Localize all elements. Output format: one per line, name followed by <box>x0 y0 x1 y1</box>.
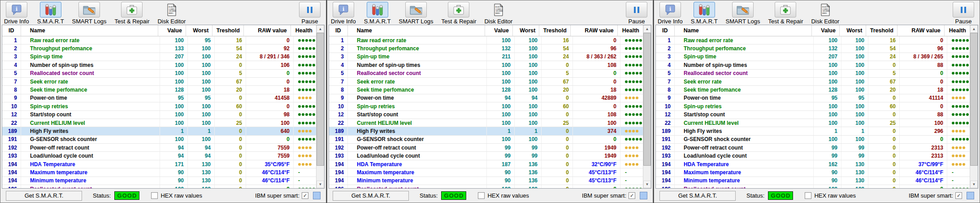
table-row[interactable]: 7Seek error rate100100670 <box>329 78 643 86</box>
column-header-worst[interactable]: Worst <box>840 25 867 36</box>
table-row[interactable]: 193Load/unload cycle count999901949 <box>329 152 643 160</box>
table-row[interactable]: 9Power-on time9595041458 <box>2 94 316 102</box>
toolbar-button-drive-info[interactable]: iDrive Info <box>658 2 683 25</box>
column-header-raw-value[interactable]: RAW value <box>898 25 945 36</box>
blue-indicator-box[interactable] <box>313 192 321 199</box>
table-row[interactable]: 193Load/unload cycle count999902313 <box>656 152 970 160</box>
pause-button[interactable]: Pause <box>953 2 976 25</box>
table-row[interactable]: 4Number of spin-up times1001000108 <box>329 61 643 69</box>
table-row[interactable]: 1Raw read error rate10095160 <box>2 36 316 44</box>
table-row[interactable]: 4Number of spin-up times100100088 <box>656 61 970 69</box>
table-row[interactable]: 194Maximum temperature90130046°C/114°F- <box>656 168 970 177</box>
hex-raw-values-checkbox[interactable]: HEX raw values <box>805 192 855 199</box>
hex-raw-values-checkbox[interactable]: HEX raw values <box>151 192 202 199</box>
get-smart-button[interactable]: Get S.M.A.R.T. <box>333 191 409 201</box>
table-row[interactable]: 191G-SENSOR shock counter10010000 <box>656 136 970 144</box>
ibm-super-smart-checkbox[interactable]: ✓ <box>955 192 962 199</box>
table-row[interactable]: 7Seek error rate100100670 <box>656 78 970 86</box>
column-header-name[interactable]: Name <box>348 25 486 36</box>
toolbar-button-disk-editor[interactable]: 0101101100111010000001Disk Editor <box>811 2 839 25</box>
get-smart-button[interactable]: Get S.M.A.R.T. <box>6 191 82 201</box>
table-row[interactable]: 189High Fly writes110640 <box>2 127 316 135</box>
toolbar-button-s-m-a-r-t[interactable]: S.M.A.R.T <box>691 2 718 25</box>
column-header-id[interactable]: ID <box>656 25 675 36</box>
table-row[interactable]: 10Spin-up retries100100600 <box>329 102 643 110</box>
vertical-scrollbar[interactable]: ▲ ▼ <box>316 25 324 188</box>
table-row[interactable]: 3Spin-up time207100248 / 291 / 346 <box>2 53 316 61</box>
column-header-health[interactable]: Health <box>291 25 316 36</box>
table-row[interactable]: 191G-SENSOR shock counter10010000 <box>2 136 316 144</box>
table-row[interactable]: 192Power-off retract count999902313 <box>656 144 970 152</box>
scroll-down-button[interactable]: ▼ <box>317 181 324 188</box>
toolbar-button-disk-editor[interactable]: 0101101100111010000001Disk Editor <box>157 2 186 25</box>
table-row[interactable]: 2Throughput perfomance1331005492 <box>2 44 316 53</box>
scrollbar-thumb[interactable] <box>643 33 651 166</box>
table-row[interactable]: 194Minimum temperature90130046°C/114°F- <box>2 177 316 185</box>
column-header-value[interactable]: Value <box>158 25 186 36</box>
table-row[interactable]: 5Reallocated sector count10010050 <box>2 70 316 78</box>
toolbar-button-drive-info[interactable]: iDrive Info <box>331 2 356 25</box>
toolbar-button-s-m-a-r-t[interactable]: S.M.A.R.T <box>37 2 64 25</box>
table-row[interactable]: 22Current HELIUM level10010025100 <box>656 119 970 127</box>
blue-indicator-box[interactable] <box>967 192 974 199</box>
column-header-health[interactable]: Health <box>945 25 970 36</box>
table-row[interactable]: 191G-SENSOR shock counter10010000 <box>329 136 643 144</box>
table-row[interactable]: 12Start/stop count100100088 <box>656 111 970 119</box>
toolbar-button-test-repair[interactable]: Test & Repair <box>768 2 803 25</box>
scroll-up-button[interactable]: ▲ <box>970 25 978 33</box>
table-row[interactable]: 193Load/unload cycle count949407559 <box>2 152 316 160</box>
vertical-scrollbar[interactable]: ▲ ▼ <box>970 25 978 188</box>
scroll-down-button[interactable]: ▼ <box>643 181 651 188</box>
pause-button[interactable]: Pause <box>626 2 649 25</box>
table-row[interactable]: 10Spin-up retries100100600 <box>656 102 970 110</box>
ibm-super-smart-checkbox[interactable]: ✓ <box>629 192 635 199</box>
scroll-up-button[interactable]: ▲ <box>317 25 324 33</box>
toolbar-button-smart-logs[interactable]: SMART Logs <box>72 2 107 25</box>
table-row[interactable]: 2Throughput perfomance1321005496 <box>656 44 970 53</box>
column-header-worst[interactable]: Worst <box>513 25 540 36</box>
table-row[interactable]: 189High Fly writes110296 <box>656 127 970 135</box>
pause-button[interactable]: Pause <box>299 2 322 25</box>
column-header-id[interactable]: ID <box>2 25 21 36</box>
table-row[interactable]: 194HDA Temperature171130035°C/95°F <box>2 160 316 168</box>
table-row[interactable]: 5Reallocated sector count10010050 <box>329 70 643 78</box>
blue-indicator-box[interactable] <box>640 192 647 199</box>
table-row[interactable]: 189High Fly writes110374 <box>329 127 643 135</box>
column-header-raw-value[interactable]: RAW value <box>571 25 618 36</box>
table-row[interactable]: 196Reallocated event count10010000 <box>329 185 643 188</box>
hex-checkbox-box[interactable] <box>805 192 811 199</box>
table-row[interactable]: 194HDA Temperature162130037°C/99°F <box>656 160 970 168</box>
table-row[interactable]: 8Seek time perfomance1281002018 <box>329 86 643 94</box>
table-row[interactable]: 9Power-on time9595041114 <box>656 94 970 102</box>
table-row[interactable]: 8Seek time perfomance1281002018 <box>2 86 316 94</box>
table-row[interactable]: 196Reallocated event count10010000 <box>2 185 316 188</box>
hex-checkbox-box[interactable] <box>478 192 485 199</box>
table-row[interactable]: 194Minimum temperature90130046°C/114°F- <box>656 177 970 185</box>
ibm-super-smart-checkbox[interactable]: ✓ <box>302 192 308 199</box>
table-row[interactable]: 22Current HELIUM level10010025100 <box>329 119 643 127</box>
scroll-up-button[interactable]: ▲ <box>643 25 651 33</box>
column-header-treshold[interactable]: Treshold <box>539 25 570 36</box>
toolbar-button-smart-logs[interactable]: SMART Logs <box>399 2 434 25</box>
table-row[interactable]: 2Throughput perfomance1321005496 <box>329 44 643 53</box>
toolbar-button-drive-info[interactable]: iDrive Info <box>4 2 29 25</box>
table-row[interactable]: 22Current HELIUM level10010025100 <box>2 119 316 127</box>
table-row[interactable]: 9Power-on time9494042889 <box>329 94 643 102</box>
column-header-health[interactable]: Health <box>618 25 643 36</box>
table-row[interactable]: 8Seek time perfomance1281002018 <box>656 86 970 94</box>
toolbar-button-disk-editor[interactable]: 0101101100111010000001Disk Editor <box>484 2 512 25</box>
column-header-name[interactable]: Name <box>21 25 159 36</box>
table-row[interactable]: 3Spin-up time207100248 / 369 / 265 <box>656 53 970 61</box>
column-header-treshold[interactable]: Treshold <box>866 25 897 36</box>
column-header-id[interactable]: ID <box>329 25 348 36</box>
toolbar-button-s-m-a-r-t[interactable]: S.M.A.R.T <box>364 2 391 25</box>
table-row[interactable]: 192Power-off retract count999901949 <box>329 144 643 152</box>
table-row[interactable]: 5Reallocated sector count10010050 <box>656 70 970 78</box>
table-row[interactable]: 12Start/stop count1001000108 <box>329 111 643 119</box>
scrollbar-thumb[interactable] <box>317 33 324 166</box>
toolbar-button-test-repair[interactable]: Test & Repair <box>114 2 149 25</box>
toolbar-button-test-repair[interactable]: Test & Repair <box>441 2 476 25</box>
table-row[interactable]: 194Maximum temperature90130046°C/114°F- <box>2 168 316 177</box>
toolbar-button-smart-logs[interactable]: SMART Logs <box>726 2 760 25</box>
column-header-value[interactable]: Value <box>485 25 512 36</box>
